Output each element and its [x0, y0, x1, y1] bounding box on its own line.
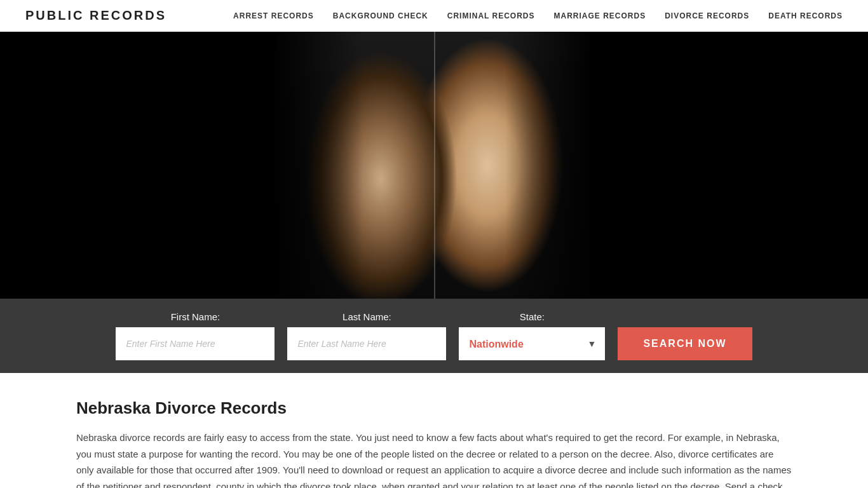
first-name-label: First Name:: [116, 311, 275, 322]
first-name-field: First Name:: [116, 311, 275, 360]
nav-death-records[interactable]: DEATH RECORDS: [768, 11, 843, 20]
hero-overlay: [256, 32, 612, 299]
main-nav: ARREST RECORDS BACKGROUND CHECK CRIMINAL…: [233, 11, 843, 20]
content-section: Nebraska Divorce Records Nebraska divorc…: [0, 373, 868, 488]
last-name-input[interactable]: [287, 327, 446, 360]
site-header: PUBLIC RECORDS ARREST RECORDS BACKGROUND…: [0, 0, 868, 32]
last-name-label: Last Name:: [287, 311, 446, 322]
search-section: First Name: Last Name: State: Nationwide…: [0, 299, 868, 373]
content-paragraph: Nebraska divorce records are fairly easy…: [76, 430, 792, 488]
last-name-field: Last Name:: [287, 311, 446, 360]
search-now-button[interactable]: SEARCH NOW: [618, 327, 752, 360]
nav-arrest-records[interactable]: ARREST RECORDS: [233, 11, 314, 20]
nav-criminal-records[interactable]: CRIMINAL RECORDS: [447, 11, 535, 20]
first-name-input[interactable]: [116, 327, 275, 360]
state-select-wrapper: NationwideAlabamaAlaskaArizonaArkansasCa…: [459, 327, 605, 360]
nav-marriage-records[interactable]: MARRIAGE RECORDS: [554, 11, 646, 20]
site-logo[interactable]: PUBLIC RECORDS: [25, 8, 166, 23]
hero-section: [0, 32, 868, 299]
content-heading: Nebraska Divorce Records: [76, 398, 792, 418]
state-label: State:: [459, 311, 605, 322]
nav-divorce-records[interactable]: DIVORCE RECORDS: [665, 11, 749, 20]
state-select[interactable]: NationwideAlabamaAlaskaArizonaArkansasCa…: [459, 327, 605, 360]
nav-background-check[interactable]: BACKGROUND CHECK: [333, 11, 428, 20]
state-field: State: NationwideAlabamaAlaskaArizonaArk…: [459, 311, 605, 360]
